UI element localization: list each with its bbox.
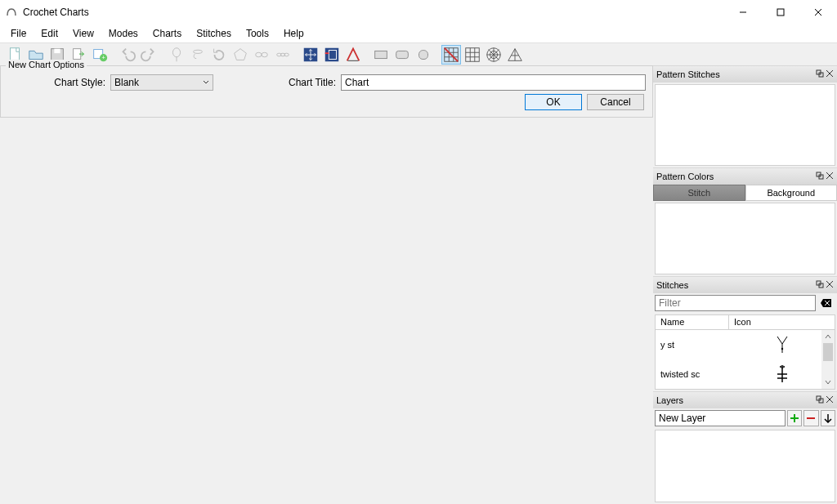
col-name[interactable]: Name bbox=[656, 315, 729, 329]
menu-view[interactable]: View bbox=[65, 26, 101, 41]
add-layer-button[interactable] bbox=[787, 410, 802, 426]
grid-radial-icon[interactable] bbox=[484, 45, 504, 65]
tab-background[interactable]: Background bbox=[745, 185, 838, 201]
stitch-row[interactable]: y st bbox=[656, 330, 835, 359]
stitch-filter-input[interactable] bbox=[655, 295, 816, 311]
remove-layer-button[interactable] bbox=[803, 410, 818, 426]
groupbox-legend: New Chart Options bbox=[6, 60, 87, 69]
tool-balloon-icon[interactable] bbox=[167, 45, 186, 65]
undock-icon[interactable] bbox=[816, 69, 824, 79]
svg-rect-24 bbox=[375, 51, 387, 58]
svg-point-14 bbox=[256, 52, 262, 57]
stitch-table: Name Icon y st twisted sc bbox=[655, 314, 835, 390]
undock-icon[interactable] bbox=[816, 280, 824, 290]
new-chart-icon[interactable]: + bbox=[90, 45, 110, 65]
app-icon bbox=[5, 6, 18, 19]
undo-icon[interactable] bbox=[118, 45, 137, 65]
svg-rect-6 bbox=[54, 48, 60, 52]
undock-icon[interactable] bbox=[816, 395, 824, 405]
pattern-stitches-body bbox=[655, 84, 835, 166]
tool-rotate-icon[interactable] bbox=[209, 45, 229, 65]
panel-title-label: Layers bbox=[656, 395, 683, 405]
tool-chain-icon[interactable] bbox=[252, 45, 271, 65]
minimize-button[interactable] bbox=[724, 0, 762, 25]
svg-rect-25 bbox=[396, 51, 409, 58]
redo-icon[interactable] bbox=[139, 45, 159, 65]
shape-rounded-icon[interactable] bbox=[392, 45, 412, 65]
measure-tool-icon[interactable] bbox=[343, 45, 363, 65]
grid-square-icon[interactable] bbox=[463, 45, 482, 65]
chart-title-label: Chart Title: bbox=[289, 77, 336, 88]
menu-help[interactable]: Help bbox=[276, 26, 311, 41]
move-layer-down-button[interactable] bbox=[821, 410, 835, 426]
maximize-button[interactable] bbox=[762, 0, 799, 25]
chart-style-value: Blank bbox=[114, 77, 139, 88]
app-title: Crochet Charts bbox=[23, 7, 89, 18]
layer-name-input[interactable] bbox=[655, 410, 786, 426]
panel-title-label: Pattern Stitches bbox=[656, 69, 720, 79]
col-icon[interactable]: Icon bbox=[729, 315, 835, 329]
scroll-up-icon[interactable] bbox=[821, 330, 835, 343]
title-bar: Crochet Charts bbox=[0, 0, 837, 25]
crop-tool-icon[interactable] bbox=[322, 45, 342, 65]
menu-tools[interactable]: Tools bbox=[239, 26, 276, 41]
cancel-button[interactable]: Cancel bbox=[587, 94, 644, 110]
svg-point-11 bbox=[172, 47, 180, 56]
new-chart-options-group: New Chart Options Chart Style: Blank Cha… bbox=[0, 65, 653, 118]
svg-text:+: + bbox=[101, 54, 105, 61]
stitch-name: twisted sc bbox=[656, 369, 729, 379]
grid-diagonal-icon[interactable] bbox=[441, 45, 461, 65]
svg-point-60 bbox=[781, 348, 782, 350]
clear-filter-button[interactable] bbox=[817, 295, 835, 311]
svg-rect-32 bbox=[466, 47, 480, 61]
pattern-colors-body bbox=[655, 203, 835, 274]
ok-button[interactable]: OK bbox=[525, 94, 582, 110]
menu-modes[interactable]: Modes bbox=[101, 26, 145, 41]
menu-charts[interactable]: Charts bbox=[145, 26, 189, 41]
shape-blob-icon[interactable] bbox=[414, 45, 433, 65]
chart-style-label: Chart Style: bbox=[7, 77, 105, 88]
panel-title-label: Stitches bbox=[656, 280, 688, 290]
close-button[interactable] bbox=[799, 0, 837, 25]
panel-pattern-stitches: Pattern Stitches bbox=[653, 65, 837, 167]
shape-rect-icon[interactable] bbox=[371, 45, 391, 65]
panel-layers: Layers bbox=[653, 391, 837, 504]
toolbar: + bbox=[0, 42, 837, 65]
svg-rect-1 bbox=[777, 9, 784, 16]
menu-bar: File Edit View Modes Charts Stitches Too… bbox=[0, 25, 837, 42]
stitch-name: y st bbox=[656, 340, 729, 350]
close-icon[interactable] bbox=[826, 395, 834, 405]
tool-lasso-icon[interactable] bbox=[188, 45, 208, 65]
menu-edit[interactable]: Edit bbox=[34, 26, 65, 41]
tool-pentagon-icon[interactable] bbox=[231, 45, 250, 65]
menu-stitches[interactable]: Stitches bbox=[189, 26, 239, 41]
tab-stitch[interactable]: Stitch bbox=[653, 185, 745, 201]
svg-marker-13 bbox=[235, 48, 247, 60]
close-icon[interactable] bbox=[826, 69, 834, 79]
chart-title-input[interactable] bbox=[341, 74, 646, 91]
chart-style-combo[interactable]: Blank bbox=[110, 74, 213, 91]
svg-line-31 bbox=[445, 47, 459, 61]
tool-links-icon[interactable] bbox=[273, 45, 293, 65]
stitch-row[interactable]: twisted sc bbox=[656, 359, 835, 389]
grid-triangle-icon[interactable] bbox=[505, 45, 525, 65]
scroll-down-icon[interactable] bbox=[821, 376, 835, 389]
stitch-icon-twistedsc bbox=[729, 364, 835, 385]
svg-rect-4 bbox=[11, 47, 20, 60]
stitch-icon-yst bbox=[729, 334, 835, 355]
panel-stitches: Stitches Name Icon y st bbox=[653, 276, 837, 391]
close-icon[interactable] bbox=[826, 172, 834, 181]
panel-pattern-colors: Pattern Colors Stitch Background bbox=[653, 167, 837, 276]
chevron-down-icon bbox=[203, 77, 209, 88]
scrollbar[interactable] bbox=[821, 330, 835, 389]
move-tool-icon[interactable] bbox=[301, 45, 320, 65]
undock-icon[interactable] bbox=[816, 172, 824, 181]
close-icon[interactable] bbox=[826, 280, 834, 290]
menu-file[interactable]: File bbox=[3, 26, 34, 41]
layers-body bbox=[655, 430, 835, 502]
panel-title-label: Pattern Colors bbox=[656, 172, 714, 181]
svg-point-15 bbox=[262, 52, 267, 57]
